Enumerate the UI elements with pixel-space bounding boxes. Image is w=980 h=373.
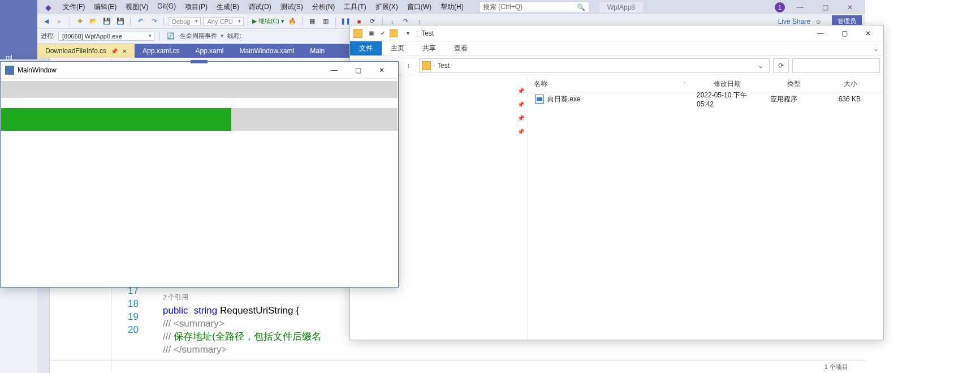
ribbon-tab-file[interactable]: 文件 xyxy=(350,41,382,55)
vs-logo-icon: ◆ xyxy=(42,1,54,14)
undo-icon[interactable]: ↶ xyxy=(135,16,146,27)
process-dropdown[interactable]: [80660] WpfApp8.exe xyxy=(58,32,154,41)
notification-badge[interactable]: 1 xyxy=(775,2,785,12)
fe-titlebar[interactable]: ▣ ✔ ▾ | Test — ▢ ✕ xyxy=(350,25,883,41)
menu-git[interactable]: Git(G) xyxy=(153,1,180,14)
new-icon[interactable]: ✚ xyxy=(74,16,85,27)
fe-maximize-button[interactable]: ▢ xyxy=(832,26,856,41)
mw-close-button[interactable]: ✕ xyxy=(370,62,394,78)
codelens-refs[interactable]: 2 个引用 xyxy=(163,293,188,301)
tab-label: App.xaml xyxy=(195,47,223,55)
code-footer: 1 个项目 xyxy=(50,361,865,373)
lifecycle-icon[interactable]: 🔄 xyxy=(165,31,176,42)
vs-title-right: 1 — ▢ ✕ xyxy=(775,1,865,14)
separator xyxy=(335,17,336,26)
separator: | xyxy=(416,29,418,37)
platform-dropdown[interactable]: Any CPU xyxy=(203,17,243,26)
vs-maximize-button[interactable]: ▢ xyxy=(815,1,835,14)
qa-check-icon[interactable]: ✔ xyxy=(378,28,388,38)
vs-close-button[interactable]: ✕ xyxy=(840,1,860,14)
vs-search-placeholder: 搜索 (Ctrl+Q) xyxy=(483,2,523,12)
menu-debug[interactable]: 调试(D) xyxy=(244,1,275,14)
menu-extensions[interactable]: 扩展(X) xyxy=(372,1,402,14)
ribbon-expand-icon[interactable]: ⌄ xyxy=(869,41,883,55)
save-icon[interactable]: 💾 xyxy=(101,16,113,27)
nav-up-button[interactable]: ↑ xyxy=(401,58,416,73)
menu-tools[interactable]: 工具(T) xyxy=(340,1,370,14)
pin-icon[interactable]: 📌 xyxy=(517,101,524,108)
menu-analyze[interactable]: 分析(N) xyxy=(308,1,339,14)
address-bar[interactable]: › Test ⌄ xyxy=(419,58,770,73)
debug-adorner-icon[interactable] xyxy=(191,60,208,63)
mw-minimize-button[interactable]: — xyxy=(322,62,346,78)
file-explorer-window: ▣ ✔ ▾ | Test — ▢ ✕ 文件 主页 共享 查看 ⌄ ← → ▾ ↑… xyxy=(349,25,884,340)
sort-indicator-icon: ˄ xyxy=(683,82,685,87)
item-count: 1 个项目 xyxy=(824,363,848,371)
save-all-icon[interactable]: 💾 xyxy=(115,16,126,27)
ribbon-tab-share[interactable]: 共享 xyxy=(413,41,445,55)
pin-icon[interactable]: 📌 xyxy=(517,88,524,94)
tb-icon[interactable]: ▦ xyxy=(306,16,318,27)
continue-button[interactable]: ▶ 继续(C) ▾ xyxy=(252,17,284,25)
qa-dropdown-icon[interactable]: ▾ xyxy=(403,28,413,38)
file-row[interactable]: 向日葵.exe 2022-05-10 下午 05:42 应用程序 636 KB xyxy=(528,92,883,106)
fe-minimize-button[interactable]: — xyxy=(809,26,832,41)
qa-properties-icon[interactable]: ▣ xyxy=(366,28,376,38)
menu-view[interactable]: 视图(V) xyxy=(122,1,152,14)
separator xyxy=(248,17,248,26)
fe-close-button[interactable]: ✕ xyxy=(856,26,880,41)
hot-reload-icon[interactable]: 🔥 xyxy=(287,16,298,27)
menu-file[interactable]: 文件(F) xyxy=(59,1,89,14)
col-name[interactable]: 名称 xyxy=(528,79,663,89)
menu-help[interactable]: 帮助(H) xyxy=(437,1,468,14)
breadcrumb-item[interactable]: Test xyxy=(437,62,450,70)
config-dropdown[interactable]: Debug xyxy=(168,17,201,26)
vs-minimize-button[interactable]: — xyxy=(791,1,810,14)
tab-main[interactable]: Main xyxy=(302,44,333,58)
menu-edit[interactable]: 编辑(E) xyxy=(90,1,120,14)
line-numbers: 17 18 19 20 xyxy=(112,284,143,373)
chevron-right-icon[interactable]: › xyxy=(433,63,435,68)
tab-label: App.xaml.cs xyxy=(143,47,179,55)
tab-pin-icon[interactable]: 📌 xyxy=(111,48,118,54)
ribbon-tab-home[interactable]: 主页 xyxy=(382,41,413,55)
ribbon-tab-view[interactable]: 查看 xyxy=(445,41,477,55)
fe-search-input[interactable] xyxy=(792,58,880,73)
fe-body: 📌 📌 📌 📌 名称 ˄ 修改日期 类型 大小 向日葵.exe 2022-05-… xyxy=(350,76,883,340)
top-bar xyxy=(1,81,398,98)
col-type[interactable]: 类型 xyxy=(782,79,838,89)
file-size: 636 KB xyxy=(821,95,866,103)
tab-downloadfileinfo[interactable]: DownloadFileInfo.cs📌✕ xyxy=(37,44,135,58)
vs-search-box[interactable]: 搜索 (Ctrl+Q) 🔍 xyxy=(479,2,589,13)
nav-back-icon[interactable]: ◀ xyxy=(41,16,52,27)
nav-fwd-icon[interactable]: ▸ xyxy=(54,16,66,27)
vs-left-strip: ml xyxy=(0,0,37,59)
mainwindow-titlebar[interactable]: MainWindow — ▢ ✕ xyxy=(1,62,398,79)
progress-fill xyxy=(1,108,231,131)
col-size[interactable]: 大小 xyxy=(838,79,883,89)
open-icon[interactable]: 📂 xyxy=(88,16,99,27)
menu-test[interactable]: 测试(S) xyxy=(277,1,307,14)
tab-label: MainWindow.xaml xyxy=(239,47,294,55)
menu-window[interactable]: 窗口(W) xyxy=(403,1,435,14)
menu-project[interactable]: 项目(P) xyxy=(181,1,211,14)
tab-close-icon[interactable]: ✕ xyxy=(122,48,127,54)
mw-maximize-button[interactable]: ▢ xyxy=(346,62,370,78)
tb-icon[interactable]: ▥ xyxy=(320,16,331,27)
tab-appxaml[interactable]: App.xaml xyxy=(187,44,231,58)
app-icon xyxy=(5,66,14,75)
live-share-button[interactable]: Live Share xyxy=(778,18,810,25)
pin-icon[interactable]: 📌 xyxy=(517,115,524,121)
pin-icon[interactable]: 📌 xyxy=(517,128,524,135)
fe-file-list[interactable]: 名称 ˄ 修改日期 类型 大小 向日葵.exe 2022-05-10 下午 05… xyxy=(528,76,883,340)
col-date[interactable]: 修改日期 xyxy=(708,79,782,89)
thread-label: 线程: xyxy=(227,32,241,40)
qa-folder-icon[interactable] xyxy=(390,29,398,37)
vs-project-name[interactable]: WpfApp8 xyxy=(599,2,643,12)
address-dropdown-icon[interactable]: ⌄ xyxy=(754,62,767,70)
menu-build[interactable]: 生成(B) xyxy=(213,1,243,14)
refresh-button[interactable]: ⟳ xyxy=(773,58,789,73)
tab-appxamlcs[interactable]: App.xaml.cs xyxy=(135,44,187,58)
redo-icon[interactable]: ↷ xyxy=(148,16,159,27)
tab-mainwindowxaml[interactable]: MainWindow.xaml xyxy=(231,44,302,58)
